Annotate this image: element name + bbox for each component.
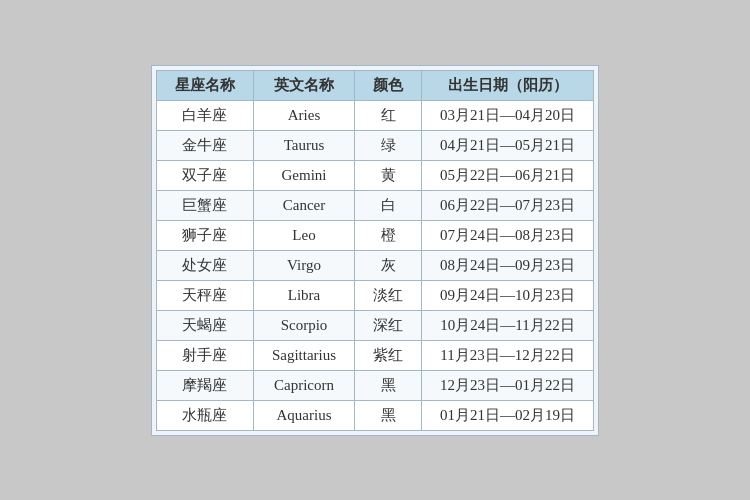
cell-dates: 01月21日—02月19日 [422,400,594,430]
cell-chinese-name: 天蝎座 [156,310,253,340]
cell-english-name: Taurus [253,130,354,160]
cell-dates: 03月21日—04月20日 [422,100,594,130]
table-row: 白羊座Aries红03月21日—04月20日 [156,100,593,130]
cell-english-name: Virgo [253,250,354,280]
table-row: 摩羯座Capricorn黑12月23日—01月22日 [156,370,593,400]
cell-dates: 04月21日—05月21日 [422,130,594,160]
table-row: 双子座Gemini黄05月22日—06月21日 [156,160,593,190]
cell-color: 黑 [355,400,422,430]
header-english-name: 英文名称 [253,70,354,100]
table-row: 水瓶座Aquarius黑01月21日—02月19日 [156,400,593,430]
cell-color: 灰 [355,250,422,280]
cell-chinese-name: 白羊座 [156,100,253,130]
cell-english-name: Aries [253,100,354,130]
cell-chinese-name: 天秤座 [156,280,253,310]
table-row: 射手座Sagittarius紫红11月23日—12月22日 [156,340,593,370]
cell-color: 黄 [355,160,422,190]
table-row: 狮子座Leo橙07月24日—08月23日 [156,220,593,250]
cell-english-name: Gemini [253,160,354,190]
cell-chinese-name: 双子座 [156,160,253,190]
cell-english-name: Sagittarius [253,340,354,370]
cell-color: 紫红 [355,340,422,370]
cell-english-name: Libra [253,280,354,310]
table-row: 处女座Virgo灰08月24日—09月23日 [156,250,593,280]
cell-dates: 08月24日—09月23日 [422,250,594,280]
cell-dates: 11月23日—12月22日 [422,340,594,370]
zodiac-table-container: 星座名称 英文名称 颜色 出生日期（阳历） 白羊座Aries红03月21日—04… [151,65,599,436]
table-row: 天秤座Libra淡红09月24日—10月23日 [156,280,593,310]
cell-english-name: Cancer [253,190,354,220]
cell-dates: 06月22日—07月23日 [422,190,594,220]
header-color: 颜色 [355,70,422,100]
cell-color: 淡红 [355,280,422,310]
header-chinese-name: 星座名称 [156,70,253,100]
cell-chinese-name: 金牛座 [156,130,253,160]
cell-color: 红 [355,100,422,130]
cell-chinese-name: 巨蟹座 [156,190,253,220]
cell-english-name: Capricorn [253,370,354,400]
cell-color: 橙 [355,220,422,250]
cell-chinese-name: 射手座 [156,340,253,370]
cell-color: 白 [355,190,422,220]
cell-color: 绿 [355,130,422,160]
cell-english-name: Scorpio [253,310,354,340]
cell-color: 黑 [355,370,422,400]
cell-dates: 07月24日—08月23日 [422,220,594,250]
cell-dates: 05月22日—06月21日 [422,160,594,190]
cell-chinese-name: 处女座 [156,250,253,280]
table-row: 金牛座Taurus绿04月21日—05月21日 [156,130,593,160]
header-dates: 出生日期（阳历） [422,70,594,100]
cell-dates: 09月24日—10月23日 [422,280,594,310]
cell-english-name: Aquarius [253,400,354,430]
cell-chinese-name: 水瓶座 [156,400,253,430]
cell-english-name: Leo [253,220,354,250]
cell-chinese-name: 摩羯座 [156,370,253,400]
table-row: 天蝎座Scorpio深红10月24日—11月22日 [156,310,593,340]
cell-dates: 12月23日—01月22日 [422,370,594,400]
cell-dates: 10月24日—11月22日 [422,310,594,340]
table-header-row: 星座名称 英文名称 颜色 出生日期（阳历） [156,70,593,100]
table-row: 巨蟹座Cancer白06月22日—07月23日 [156,190,593,220]
cell-chinese-name: 狮子座 [156,220,253,250]
cell-color: 深红 [355,310,422,340]
zodiac-table: 星座名称 英文名称 颜色 出生日期（阳历） 白羊座Aries红03月21日—04… [156,70,594,431]
